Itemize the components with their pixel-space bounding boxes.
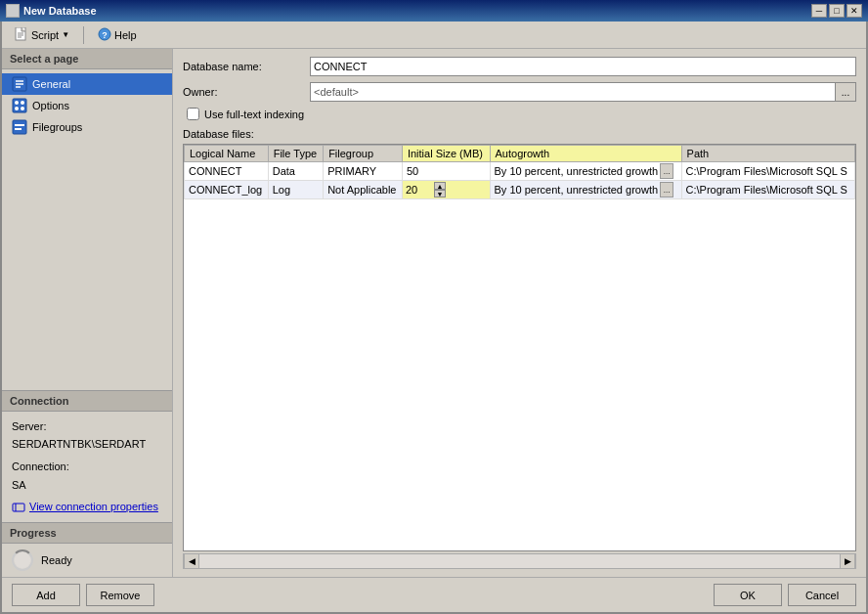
help-icon: ?	[98, 27, 111, 43]
bottom-area: Add Remove OK Cancel	[2, 577, 866, 612]
spinner-down-button[interactable]: ▼	[434, 190, 446, 197]
spinner-up-button[interactable]: ▲	[434, 182, 446, 190]
nav-item-general[interactable]: General	[2, 73, 172, 95]
col-initial-size: Initial Size (MB)	[402, 146, 490, 162]
progress-status: Ready	[41, 554, 72, 566]
right-panel: Database name: Owner: ... Use full-text …	[173, 49, 866, 577]
server-label: Server:	[12, 417, 162, 436]
nav-item-filegroups-label: Filegroups	[32, 121, 82, 133]
table-row: CONNECT Data PRIMARY 50 By 10 percent, u…	[185, 162, 855, 181]
database-name-row: Database name:	[183, 57, 856, 76]
window-controls: ─ □ ✕	[811, 4, 862, 18]
content-area: Select a page General	[2, 49, 866, 577]
cell-file-type-1: Data	[268, 162, 323, 181]
server-value: SERDARTNTBK\SERDART	[12, 435, 162, 454]
connection-info: Server: SERDARTNTBK\SERDART Connection: …	[2, 412, 172, 522]
progress-info: Ready	[2, 544, 172, 577]
fulltext-checkbox-row: Use full-text indexing	[183, 108, 856, 120]
filegroups-icon	[12, 119, 27, 135]
connection-label: Connection:	[12, 458, 162, 476]
table-header-row: Logical Name File Type Filegroup Initial…	[185, 146, 855, 162]
options-icon	[12, 98, 27, 113]
close-button[interactable]: ✕	[846, 4, 862, 18]
nav-item-filegroups[interactable]: Filegroups	[2, 116, 172, 138]
owner-input[interactable]	[310, 82, 835, 102]
page-icon	[15, 27, 28, 43]
owner-browse-button[interactable]: ...	[835, 82, 856, 102]
toolbar-separator	[83, 26, 84, 44]
cell-logical-name-2: CONNECT_log	[185, 181, 269, 199]
svg-rect-18	[13, 504, 24, 511]
maximize-button[interactable]: □	[829, 4, 845, 18]
remove-button[interactable]: Remove	[86, 584, 154, 606]
window-title: New Database	[23, 5, 811, 17]
autogrowth-browse-1[interactable]: ...	[660, 163, 673, 179]
owner-row: Owner: ...	[183, 82, 856, 102]
script-dropdown-icon: ▼	[62, 30, 69, 39]
ok-button[interactable]: OK	[714, 584, 782, 606]
cell-filegroup-2: Not Applicable	[324, 181, 403, 199]
select-page-header: Select a page	[2, 49, 172, 69]
svg-point-12	[21, 101, 24, 105]
cell-file-type-2: Log	[268, 181, 323, 199]
bottom-right-buttons: OK Cancel	[714, 584, 856, 606]
svg-rect-10	[13, 99, 26, 112]
col-file-type: File Type	[268, 146, 323, 162]
general-icon	[12, 76, 27, 92]
database-files-table-container: Logical Name File Type Filegroup Initial…	[183, 144, 856, 551]
svg-rect-15	[13, 120, 26, 134]
owner-label: Owner:	[183, 86, 310, 98]
initial-size-input-2[interactable]	[403, 183, 432, 197]
col-autogrowth: Autogrowth	[490, 146, 681, 162]
script-button[interactable]: Script ▼	[8, 24, 76, 46]
database-files-table: Logical Name File Type Filegroup Initial…	[184, 145, 855, 199]
connection-header: Connection	[2, 391, 172, 412]
left-panel: Select a page General	[2, 49, 173, 577]
cell-path-1: C:\Program Files\Microsoft SQL S	[681, 162, 854, 181]
cell-logical-name-1: CONNECT	[185, 162, 269, 181]
connection-icon	[12, 501, 25, 514]
scroll-right-button[interactable]: ▶	[840, 553, 855, 569]
minimize-button[interactable]: ─	[811, 4, 827, 18]
size-spinner[interactable]: ▲ ▼	[434, 182, 446, 197]
owner-field-container: ...	[310, 82, 856, 102]
svg-point-14	[21, 107, 24, 110]
scroll-left-button[interactable]: ◀	[184, 553, 199, 569]
help-button[interactable]: ? Help	[91, 24, 144, 46]
nav-item-options-label: Options	[32, 100, 69, 111]
col-path: Path	[681, 146, 854, 162]
svg-text:?: ?	[102, 30, 108, 40]
nav-item-options[interactable]: Options	[2, 95, 172, 116]
nav-item-general-label: General	[32, 78, 70, 90]
col-logical-name: Logical Name	[185, 146, 269, 162]
cell-autogrowth-1[interactable]: By 10 percent, unrestricted growth ...	[490, 162, 681, 181]
main-dialog: Script ▼ ? Help Select a page	[0, 22, 868, 614]
view-connection-properties-link[interactable]: View connection properties	[12, 498, 162, 516]
fulltext-label: Use full-text indexing	[204, 109, 304, 120]
svg-point-13	[15, 107, 19, 110]
bottom-left-buttons: Add Remove	[12, 584, 154, 606]
connection-section: Connection Server: SERDARTNTBK\SERDART C…	[2, 390, 172, 522]
progress-header: Progress	[2, 523, 172, 544]
autogrowth-browse-2[interactable]: ...	[660, 182, 673, 197]
cell-autogrowth-2[interactable]: By 10 percent, unrestricted growth ...	[490, 181, 681, 199]
scrollbar-track[interactable]	[199, 554, 840, 568]
horizontal-scrollbar[interactable]: ◀ ▶	[183, 553, 856, 569]
progress-spinner	[12, 549, 33, 571]
svg-point-11	[15, 101, 19, 105]
cell-initial-size-2[interactable]: ▲ ▼	[402, 181, 490, 199]
nav-items: General Options	[2, 69, 172, 142]
svg-rect-17	[15, 128, 22, 130]
cell-path-2: C:\Program Files\Microsoft SQL S	[681, 181, 854, 199]
progress-section: Progress Ready	[2, 522, 172, 577]
add-button[interactable]: Add	[12, 584, 80, 606]
svg-rect-16	[15, 124, 24, 126]
cell-filegroup-1: PRIMARY	[324, 162, 403, 181]
table-row: CONNECT_log Log Not Applicable ▲ ▼	[185, 181, 855, 199]
database-files-label: Database files:	[183, 128, 856, 140]
connection-value: SA	[12, 476, 162, 495]
cancel-button[interactable]: Cancel	[788, 584, 856, 606]
fulltext-checkbox[interactable]	[187, 108, 199, 120]
database-name-input[interactable]	[310, 57, 856, 76]
cell-initial-size-1[interactable]: 50	[402, 162, 490, 181]
